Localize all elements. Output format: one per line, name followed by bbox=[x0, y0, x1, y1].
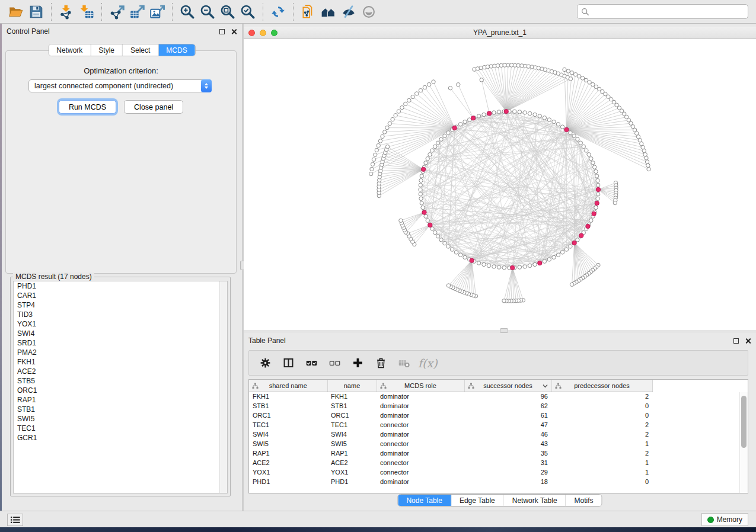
table-cell: 2 bbox=[551, 392, 652, 401]
mcds-result-item[interactable]: ORC1 bbox=[14, 386, 227, 395]
panel-menu-button[interactable] bbox=[7, 514, 23, 526]
mcds-result-item[interactable]: PMA2 bbox=[14, 348, 227, 357]
zoom-in-button[interactable] bbox=[177, 2, 197, 21]
mcds-result-item[interactable]: GCR1 bbox=[14, 433, 227, 443]
import-network-button[interactable] bbox=[56, 2, 76, 21]
delete-column-button[interactable] bbox=[372, 354, 390, 372]
mcds-result-item[interactable]: YOX1 bbox=[14, 319, 227, 329]
splitter-grip[interactable] bbox=[500, 328, 508, 333]
table-row[interactable]: FKH1FKH1dominator962 bbox=[249, 392, 652, 401]
close-panel-button[interactable]: Close panel bbox=[124, 100, 183, 114]
tab-edge-table[interactable]: Edge Table bbox=[451, 495, 504, 506]
open-folder-button[interactable] bbox=[6, 2, 26, 21]
float-panel-icon[interactable] bbox=[219, 29, 225, 34]
mcds-result-list[interactable]: PHD1CAR1STP4TID3YOX1SWI4SRD1PMA2FKH1ACE2… bbox=[13, 281, 228, 493]
table-settings-button[interactable] bbox=[256, 354, 274, 372]
zoom-selected-button[interactable] bbox=[238, 2, 258, 21]
table-row[interactable]: ACE2ACE2connector311 bbox=[249, 458, 652, 467]
export-table-button[interactable] bbox=[127, 2, 147, 21]
table-row[interactable]: SWI4SWI4dominator462 bbox=[249, 430, 652, 439]
scrollbar-thumb[interactable] bbox=[741, 396, 747, 448]
run-mcds-button[interactable]: Run MCDS bbox=[59, 100, 116, 114]
network-graph[interactable] bbox=[244, 39, 756, 330]
optimization-criterion-label: Optimization criterion: bbox=[6, 66, 236, 75]
tab-motifs[interactable]: Motifs bbox=[566, 495, 602, 506]
zoom-fit-button[interactable] bbox=[218, 2, 238, 21]
table-cell: 0 bbox=[551, 411, 652, 420]
table-scrollbar[interactable] bbox=[739, 392, 748, 493]
float-panel-icon[interactable] bbox=[733, 338, 739, 344]
criterion-value: largest connected component (undirected) bbox=[29, 82, 202, 90]
list-scrollbar[interactable] bbox=[219, 281, 227, 493]
memory-button[interactable]: Memory bbox=[701, 513, 748, 526]
mcds-result-group: MCDS result (17 nodes) PHD1CAR1STP4TID3Y… bbox=[10, 277, 231, 496]
mcds-result-item[interactable]: TEC1 bbox=[14, 424, 227, 433]
table-row[interactable]: TEC1TEC1connector472 bbox=[249, 420, 652, 430]
mcds-result-item[interactable]: RAP1 bbox=[14, 395, 227, 405]
mcds-result-item[interactable]: STP4 bbox=[14, 300, 227, 310]
mcds-result-item[interactable]: SRD1 bbox=[14, 338, 227, 348]
col-predecessor-nodes[interactable]: predecessor nodes bbox=[551, 380, 652, 392]
table-cell: dominator bbox=[377, 401, 464, 411]
network-window-titlebar[interactable]: YPA_prune.txt_1 bbox=[244, 27, 756, 39]
close-window-icon[interactable] bbox=[248, 30, 255, 36]
mcds-result-item[interactable]: FKH1 bbox=[14, 357, 227, 367]
maximize-window-icon[interactable] bbox=[271, 30, 277, 36]
export-network-button[interactable] bbox=[107, 2, 127, 21]
search-field[interactable] bbox=[577, 4, 748, 19]
network-view-panel: YPA_prune.txt_1 bbox=[244, 27, 756, 330]
table-cell: PHD1 bbox=[327, 477, 377, 486]
zoom-out-button[interactable] bbox=[197, 2, 218, 21]
home-button[interactable] bbox=[318, 2, 339, 21]
minimize-window-icon[interactable] bbox=[260, 30, 266, 36]
table-row[interactable]: PHD1PHD1dominator180 bbox=[249, 477, 652, 486]
table-cell: TEC1 bbox=[327, 420, 377, 430]
network-canvas[interactable] bbox=[244, 39, 756, 330]
show-columns-button[interactable] bbox=[279, 354, 297, 372]
attribute-icon bbox=[468, 383, 474, 389]
mcds-result-item[interactable]: PHD1 bbox=[14, 281, 227, 291]
table-cell: 29 bbox=[464, 467, 551, 477]
mcds-result-item[interactable]: STB1 bbox=[14, 405, 227, 414]
col-shared-name[interactable]: shared name bbox=[249, 380, 327, 392]
select-all-button[interactable] bbox=[302, 354, 320, 372]
tab-mcds[interactable]: MCDS bbox=[158, 44, 194, 56]
mcds-result-item[interactable]: SWI5 bbox=[14, 414, 227, 424]
mcds-result-item[interactable]: ACE2 bbox=[14, 367, 227, 376]
col-successor-nodes[interactable]: successor nodes bbox=[464, 380, 551, 392]
table-cell: RAP1 bbox=[327, 448, 377, 458]
close-panel-icon[interactable] bbox=[745, 338, 751, 344]
table-cell: 2 bbox=[551, 420, 652, 430]
memory-status-icon bbox=[707, 517, 714, 523]
deselect-all-button[interactable] bbox=[326, 354, 343, 372]
table-type-tabs: Node Table Edge Table Network Table Moti… bbox=[397, 494, 602, 507]
mcds-result-item[interactable]: CAR1 bbox=[14, 291, 227, 300]
mcds-result-item[interactable]: STB5 bbox=[14, 376, 227, 386]
save-button[interactable] bbox=[26, 2, 46, 21]
table-row[interactable]: ORC1ORC1dominator610 bbox=[249, 411, 652, 420]
tab-select[interactable]: Select bbox=[123, 44, 158, 56]
import-table-button[interactable] bbox=[76, 2, 97, 21]
search-input[interactable] bbox=[592, 8, 744, 16]
col-mcds-role[interactable]: MCDS role bbox=[377, 380, 464, 392]
tab-network[interactable]: Network bbox=[49, 44, 91, 56]
network-from-file-button[interactable] bbox=[298, 2, 318, 21]
control-panel: Control Panel Network Style Select MCDS … bbox=[2, 24, 242, 511]
table-row[interactable]: SWI5SWI5connector431 bbox=[249, 439, 652, 448]
export-image-button[interactable] bbox=[147, 2, 167, 21]
tab-style[interactable]: Style bbox=[91, 44, 123, 56]
table-row[interactable]: STB1STB1dominator620 bbox=[249, 401, 652, 411]
table-row[interactable]: YOX1YOX1connector291 bbox=[249, 467, 652, 477]
table-row[interactable]: RAP1RAP1dominator352 bbox=[249, 448, 652, 458]
tab-network-table[interactable]: Network Table bbox=[504, 495, 566, 506]
refresh-button[interactable] bbox=[268, 2, 288, 21]
mcds-result-item[interactable]: TID3 bbox=[14, 310, 227, 319]
show-details-button[interactable] bbox=[359, 2, 379, 21]
mcds-result-item[interactable]: SWI4 bbox=[14, 329, 227, 338]
col-name[interactable]: name bbox=[327, 380, 377, 392]
tab-node-table[interactable]: Node Table bbox=[398, 495, 451, 506]
hide-details-button[interactable] bbox=[339, 2, 359, 21]
criterion-select[interactable]: largest connected component (undirected) bbox=[28, 79, 212, 92]
add-column-button[interactable] bbox=[349, 354, 366, 372]
close-panel-icon[interactable] bbox=[231, 28, 237, 35]
